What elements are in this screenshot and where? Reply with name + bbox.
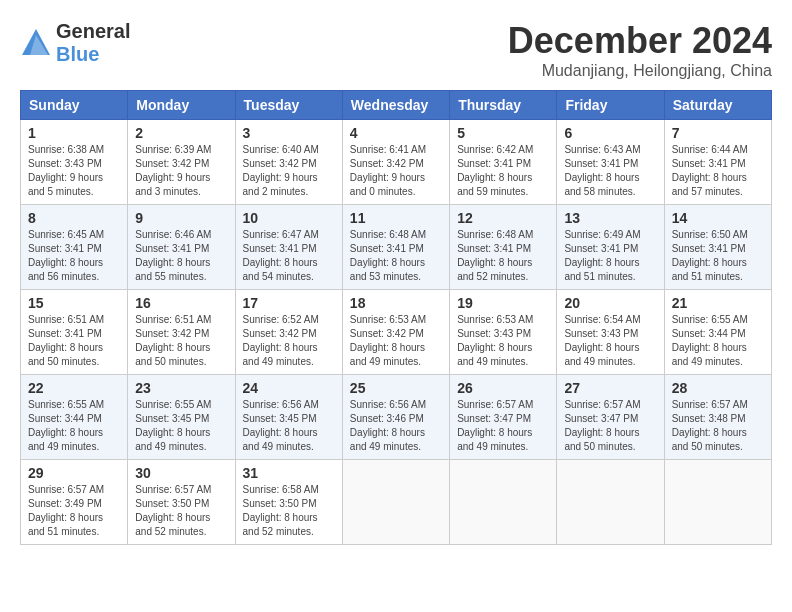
day-number: 21 bbox=[672, 295, 764, 311]
calendar-cell: 6 Sunrise: 6:43 AM Sunset: 3:41 PM Dayli… bbox=[557, 120, 664, 205]
day-info: Sunrise: 6:51 AM Sunset: 3:42 PM Dayligh… bbox=[135, 314, 211, 367]
day-info: Sunrise: 6:38 AM Sunset: 3:43 PM Dayligh… bbox=[28, 144, 104, 197]
day-info: Sunrise: 6:52 AM Sunset: 3:42 PM Dayligh… bbox=[243, 314, 319, 367]
day-number: 4 bbox=[350, 125, 442, 141]
weekday-header-monday: Monday bbox=[128, 91, 235, 120]
day-info: Sunrise: 6:45 AM Sunset: 3:41 PM Dayligh… bbox=[28, 229, 104, 282]
title-section: December 2024 Mudanjiang, Heilongjiang, … bbox=[508, 20, 772, 80]
calendar-cell: 10 Sunrise: 6:47 AM Sunset: 3:41 PM Dayl… bbox=[235, 205, 342, 290]
day-info: Sunrise: 6:54 AM Sunset: 3:43 PM Dayligh… bbox=[564, 314, 640, 367]
calendar-cell: 3 Sunrise: 6:40 AM Sunset: 3:42 PM Dayli… bbox=[235, 120, 342, 205]
day-number: 23 bbox=[135, 380, 227, 396]
day-info: Sunrise: 6:57 AM Sunset: 3:47 PM Dayligh… bbox=[564, 399, 640, 452]
location-title: Mudanjiang, Heilongjiang, China bbox=[508, 62, 772, 80]
day-info: Sunrise: 6:47 AM Sunset: 3:41 PM Dayligh… bbox=[243, 229, 319, 282]
calendar-cell: 31 Sunrise: 6:58 AM Sunset: 3:50 PM Dayl… bbox=[235, 460, 342, 545]
calendar-cell bbox=[664, 460, 771, 545]
logo-blue: Blue bbox=[56, 43, 130, 66]
calendar-cell: 9 Sunrise: 6:46 AM Sunset: 3:41 PM Dayli… bbox=[128, 205, 235, 290]
day-number: 26 bbox=[457, 380, 549, 396]
calendar-cell: 2 Sunrise: 6:39 AM Sunset: 3:42 PM Dayli… bbox=[128, 120, 235, 205]
calendar-cell: 22 Sunrise: 6:55 AM Sunset: 3:44 PM Dayl… bbox=[21, 375, 128, 460]
month-title: December 2024 bbox=[508, 20, 772, 62]
calendar-cell: 15 Sunrise: 6:51 AM Sunset: 3:41 PM Dayl… bbox=[21, 290, 128, 375]
weekday-header-row: SundayMondayTuesdayWednesdayThursdayFrid… bbox=[21, 91, 772, 120]
calendar-week-4: 22 Sunrise: 6:55 AM Sunset: 3:44 PM Dayl… bbox=[21, 375, 772, 460]
calendar-cell: 5 Sunrise: 6:42 AM Sunset: 3:41 PM Dayli… bbox=[450, 120, 557, 205]
day-number: 31 bbox=[243, 465, 335, 481]
calendar-cell: 7 Sunrise: 6:44 AM Sunset: 3:41 PM Dayli… bbox=[664, 120, 771, 205]
day-number: 24 bbox=[243, 380, 335, 396]
calendar-week-2: 8 Sunrise: 6:45 AM Sunset: 3:41 PM Dayli… bbox=[21, 205, 772, 290]
day-number: 30 bbox=[135, 465, 227, 481]
day-info: Sunrise: 6:55 AM Sunset: 3:45 PM Dayligh… bbox=[135, 399, 211, 452]
logo-general: General bbox=[56, 20, 130, 43]
day-number: 12 bbox=[457, 210, 549, 226]
calendar-cell: 24 Sunrise: 6:56 AM Sunset: 3:45 PM Dayl… bbox=[235, 375, 342, 460]
day-number: 9 bbox=[135, 210, 227, 226]
day-info: Sunrise: 6:50 AM Sunset: 3:41 PM Dayligh… bbox=[672, 229, 748, 282]
day-number: 17 bbox=[243, 295, 335, 311]
day-number: 6 bbox=[564, 125, 656, 141]
calendar-cell: 18 Sunrise: 6:53 AM Sunset: 3:42 PM Dayl… bbox=[342, 290, 449, 375]
calendar-cell bbox=[450, 460, 557, 545]
calendar-cell: 1 Sunrise: 6:38 AM Sunset: 3:43 PM Dayli… bbox=[21, 120, 128, 205]
day-number: 19 bbox=[457, 295, 549, 311]
weekday-header-tuesday: Tuesday bbox=[235, 91, 342, 120]
weekday-header-wednesday: Wednesday bbox=[342, 91, 449, 120]
calendar-cell: 13 Sunrise: 6:49 AM Sunset: 3:41 PM Dayl… bbox=[557, 205, 664, 290]
calendar-cell: 4 Sunrise: 6:41 AM Sunset: 3:42 PM Dayli… bbox=[342, 120, 449, 205]
calendar-cell: 21 Sunrise: 6:55 AM Sunset: 3:44 PM Dayl… bbox=[664, 290, 771, 375]
calendar-cell bbox=[557, 460, 664, 545]
calendar-week-5: 29 Sunrise: 6:57 AM Sunset: 3:49 PM Dayl… bbox=[21, 460, 772, 545]
day-number: 10 bbox=[243, 210, 335, 226]
day-info: Sunrise: 6:51 AM Sunset: 3:41 PM Dayligh… bbox=[28, 314, 104, 367]
day-info: Sunrise: 6:57 AM Sunset: 3:48 PM Dayligh… bbox=[672, 399, 748, 452]
calendar-cell bbox=[342, 460, 449, 545]
weekday-header-thursday: Thursday bbox=[450, 91, 557, 120]
day-info: Sunrise: 6:44 AM Sunset: 3:41 PM Dayligh… bbox=[672, 144, 748, 197]
calendar-cell: 19 Sunrise: 6:53 AM Sunset: 3:43 PM Dayl… bbox=[450, 290, 557, 375]
calendar-cell: 20 Sunrise: 6:54 AM Sunset: 3:43 PM Dayl… bbox=[557, 290, 664, 375]
weekday-header-friday: Friday bbox=[557, 91, 664, 120]
day-info: Sunrise: 6:58 AM Sunset: 3:50 PM Dayligh… bbox=[243, 484, 319, 537]
day-info: Sunrise: 6:53 AM Sunset: 3:43 PM Dayligh… bbox=[457, 314, 533, 367]
day-number: 8 bbox=[28, 210, 120, 226]
day-info: Sunrise: 6:39 AM Sunset: 3:42 PM Dayligh… bbox=[135, 144, 211, 197]
calendar-cell: 30 Sunrise: 6:57 AM Sunset: 3:50 PM Dayl… bbox=[128, 460, 235, 545]
day-info: Sunrise: 6:43 AM Sunset: 3:41 PM Dayligh… bbox=[564, 144, 640, 197]
logo-text: General Blue bbox=[56, 20, 130, 66]
calendar-cell: 29 Sunrise: 6:57 AM Sunset: 3:49 PM Dayl… bbox=[21, 460, 128, 545]
day-number: 16 bbox=[135, 295, 227, 311]
day-info: Sunrise: 6:48 AM Sunset: 3:41 PM Dayligh… bbox=[457, 229, 533, 282]
day-number: 22 bbox=[28, 380, 120, 396]
day-info: Sunrise: 6:48 AM Sunset: 3:41 PM Dayligh… bbox=[350, 229, 426, 282]
day-info: Sunrise: 6:42 AM Sunset: 3:41 PM Dayligh… bbox=[457, 144, 533, 197]
day-info: Sunrise: 6:53 AM Sunset: 3:42 PM Dayligh… bbox=[350, 314, 426, 367]
day-info: Sunrise: 6:57 AM Sunset: 3:49 PM Dayligh… bbox=[28, 484, 104, 537]
calendar-cell: 11 Sunrise: 6:48 AM Sunset: 3:41 PM Dayl… bbox=[342, 205, 449, 290]
calendar-cell: 26 Sunrise: 6:57 AM Sunset: 3:47 PM Dayl… bbox=[450, 375, 557, 460]
calendar-cell: 25 Sunrise: 6:56 AM Sunset: 3:46 PM Dayl… bbox=[342, 375, 449, 460]
calendar-cell: 16 Sunrise: 6:51 AM Sunset: 3:42 PM Dayl… bbox=[128, 290, 235, 375]
calendar-cell: 8 Sunrise: 6:45 AM Sunset: 3:41 PM Dayli… bbox=[21, 205, 128, 290]
header: General Blue December 2024 Mudanjiang, H… bbox=[20, 20, 772, 80]
day-info: Sunrise: 6:41 AM Sunset: 3:42 PM Dayligh… bbox=[350, 144, 426, 197]
calendar-table: SundayMondayTuesdayWednesdayThursdayFrid… bbox=[20, 90, 772, 545]
logo-icon bbox=[20, 27, 52, 59]
day-number: 11 bbox=[350, 210, 442, 226]
day-number: 29 bbox=[28, 465, 120, 481]
day-number: 13 bbox=[564, 210, 656, 226]
day-number: 3 bbox=[243, 125, 335, 141]
day-info: Sunrise: 6:57 AM Sunset: 3:50 PM Dayligh… bbox=[135, 484, 211, 537]
day-info: Sunrise: 6:56 AM Sunset: 3:46 PM Dayligh… bbox=[350, 399, 426, 452]
day-info: Sunrise: 6:46 AM Sunset: 3:41 PM Dayligh… bbox=[135, 229, 211, 282]
day-info: Sunrise: 6:56 AM Sunset: 3:45 PM Dayligh… bbox=[243, 399, 319, 452]
logo: General Blue bbox=[20, 20, 130, 66]
day-number: 28 bbox=[672, 380, 764, 396]
day-number: 25 bbox=[350, 380, 442, 396]
day-info: Sunrise: 6:49 AM Sunset: 3:41 PM Dayligh… bbox=[564, 229, 640, 282]
calendar-cell: 14 Sunrise: 6:50 AM Sunset: 3:41 PM Dayl… bbox=[664, 205, 771, 290]
day-number: 27 bbox=[564, 380, 656, 396]
day-info: Sunrise: 6:55 AM Sunset: 3:44 PM Dayligh… bbox=[672, 314, 748, 367]
